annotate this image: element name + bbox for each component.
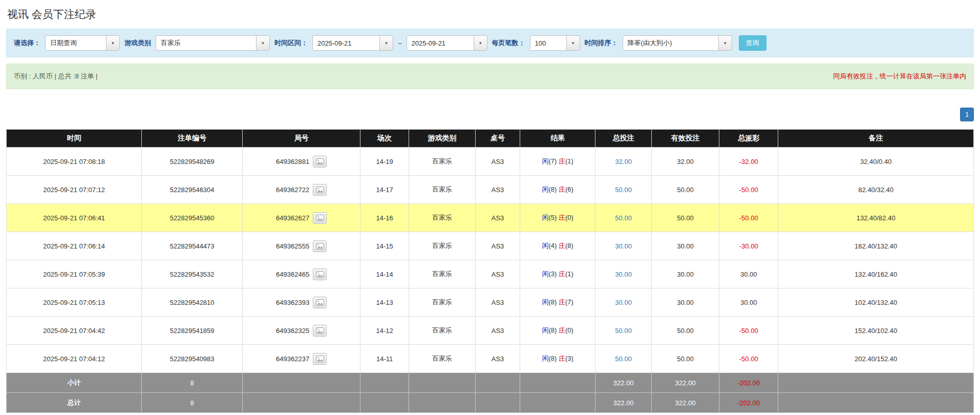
time-cell: 2025-09-21 07:04:12 bbox=[7, 345, 142, 373]
subtotal-row: 小计8322.00322.00-202.00 bbox=[7, 373, 974, 393]
bet-id-cell: 522829542810 bbox=[142, 288, 242, 317]
banker-result-label: 庄 bbox=[559, 157, 565, 165]
total-bet-cell[interactable]: 50.00 bbox=[595, 345, 652, 373]
game-type-cell: 百家乐 bbox=[409, 148, 475, 176]
round-cell: 649362237 bbox=[242, 345, 360, 373]
round-replay-icon bbox=[316, 215, 324, 221]
table-row: 2025-09-21 07:04:12522829540983649362237… bbox=[7, 345, 974, 373]
sort-select[interactable]: 降幂(由大到小) ▼ bbox=[623, 35, 732, 51]
payout-cell: -50.00 bbox=[719, 345, 778, 373]
table-no-cell: AS3 bbox=[476, 148, 520, 176]
player-result-label: 闲 bbox=[542, 270, 548, 278]
chevron-down-icon[interactable]: ▼ bbox=[718, 36, 732, 50]
round-detail-button[interactable] bbox=[313, 268, 327, 280]
page-number-button[interactable]: 1 bbox=[960, 108, 974, 121]
round-detail-button[interactable] bbox=[313, 212, 327, 224]
total-bet-link[interactable]: 50.00 bbox=[615, 327, 632, 335]
round-detail-button[interactable] bbox=[313, 353, 327, 365]
subtotal-row-game-type-cell bbox=[409, 373, 475, 393]
banker-result-score: (1) bbox=[565, 157, 573, 165]
player-result-score: (8) bbox=[548, 326, 557, 334]
total-bet-link[interactable]: 30.00 bbox=[615, 242, 632, 250]
total-bet-cell[interactable]: 50.00 bbox=[595, 317, 652, 345]
total-bet-link[interactable]: 50.00 bbox=[615, 186, 632, 194]
game-type-select[interactable]: 百家乐 ▼ bbox=[156, 35, 270, 51]
total-bet-cell[interactable]: 50.00 bbox=[595, 204, 652, 232]
search-button[interactable]: 查询 bbox=[739, 35, 766, 51]
remark-cell: 132.40/162.40 bbox=[778, 260, 974, 288]
round-cell: 649362325 bbox=[242, 317, 360, 345]
bet-id-cell: 522829548269 bbox=[142, 148, 242, 176]
banker-result-label: 庄 bbox=[559, 185, 565, 193]
total-row-payout-cell: -202.00 bbox=[719, 393, 778, 413]
remark-cell: 32.40/0.40 bbox=[778, 148, 974, 176]
round-number: 649362722 bbox=[276, 186, 309, 194]
total-bet-link[interactable]: 50.00 bbox=[615, 355, 632, 363]
table-no-cell: AS3 bbox=[476, 317, 520, 345]
result-cell: 闲(4) 庄(8) bbox=[520, 232, 595, 260]
column-header: 游戏类别 bbox=[409, 130, 475, 148]
time-cell: 2025-09-21 07:04:42 bbox=[7, 317, 142, 345]
chevron-down-icon[interactable]: ▼ bbox=[379, 36, 393, 50]
round-number: 649362627 bbox=[276, 214, 309, 222]
time-cell: 2025-09-21 07:06:14 bbox=[7, 232, 142, 260]
total-bet-cell[interactable]: 30.00 bbox=[595, 232, 652, 260]
table-no-cell: AS3 bbox=[476, 204, 520, 232]
banker-result-score: (7) bbox=[565, 298, 573, 306]
banker-result-label: 庄 bbox=[559, 326, 565, 334]
valid-bet-cell: 50.00 bbox=[651, 317, 719, 345]
table-no-cell: AS3 bbox=[476, 288, 520, 317]
time-cell: 2025-09-21 07:06:41 bbox=[7, 204, 142, 232]
date-to-picker[interactable]: 2025-09-21 ▼ bbox=[407, 35, 487, 51]
bet-records-table: 时间注单编号局号场次游戏类别桌号结果总投注有效投注总派彩备注 2025-09-2… bbox=[6, 129, 974, 413]
player-result-score: (5) bbox=[548, 214, 557, 221]
player-result-label: 闲 bbox=[542, 242, 548, 250]
round-detail-button[interactable] bbox=[313, 240, 327, 252]
payout-cell: -50.00 bbox=[719, 176, 778, 204]
round-detail-button[interactable] bbox=[313, 184, 327, 196]
total-bet-link[interactable]: 32.00 bbox=[615, 158, 632, 165]
total-bet-link[interactable]: 50.00 bbox=[615, 214, 632, 222]
banker-result-score: (6) bbox=[565, 185, 573, 193]
remark-cell: 162.40/132.40 bbox=[778, 232, 974, 260]
session-cell: 14-17 bbox=[360, 176, 409, 204]
bet-id-cell: 522829544473 bbox=[142, 232, 242, 260]
subtotal-row-result-cell bbox=[520, 373, 595, 393]
column-header: 总派彩 bbox=[719, 130, 778, 148]
total-row-round-cell bbox=[242, 393, 360, 413]
payout-cell: 30.00 bbox=[719, 288, 778, 317]
result-cell: 闲(5) 庄(0) bbox=[520, 204, 595, 232]
total-bet-link[interactable]: 30.00 bbox=[615, 271, 632, 278]
query-type-select[interactable]: 日期查询 ▼ bbox=[45, 35, 120, 51]
total-bet-link[interactable]: 30.00 bbox=[615, 299, 632, 306]
round-detail-button[interactable] bbox=[313, 156, 327, 168]
total-row-session-cell bbox=[360, 393, 409, 413]
banker-result-label: 庄 bbox=[559, 355, 565, 362]
game-type-cell: 百家乐 bbox=[409, 204, 475, 232]
banker-result-score: (8) bbox=[565, 242, 573, 250]
table-row: 2025-09-21 07:07:12522829546304649362722… bbox=[7, 176, 974, 204]
total-bet-cell[interactable]: 32.00 bbox=[595, 148, 652, 176]
page-size-input[interactable] bbox=[530, 36, 566, 50]
total-bet-cell[interactable]: 50.00 bbox=[595, 176, 652, 204]
date-from-picker[interactable]: 2025-09-21 ▼ bbox=[312, 35, 393, 51]
valid-bet-cell: 50.00 bbox=[651, 176, 719, 204]
session-cell: 14-11 bbox=[360, 345, 409, 373]
round-number: 649362555 bbox=[276, 242, 309, 250]
summary-bar: 币别 : 人民币 | 总共 :8 注单 | 同局有效投注，统一计算在该局第一张注… bbox=[6, 64, 974, 89]
round-replay-icon bbox=[316, 271, 324, 278]
chevron-down-icon[interactable]: ▼ bbox=[106, 36, 119, 50]
total-bet-cell[interactable]: 30.00 bbox=[595, 260, 652, 288]
round-detail-button[interactable] bbox=[313, 325, 327, 337]
player-result-label: 闲 bbox=[542, 157, 548, 165]
chevron-down-icon[interactable]: ▼ bbox=[566, 36, 580, 50]
round-detail-button[interactable] bbox=[313, 297, 327, 308]
chevron-down-icon[interactable]: ▼ bbox=[256, 36, 269, 50]
time-range-label: 时间区间： bbox=[274, 38, 308, 48]
column-header: 场次 bbox=[360, 130, 409, 148]
chevron-down-icon[interactable]: ▼ bbox=[474, 36, 487, 50]
round-cell: 649362555 bbox=[242, 232, 360, 260]
banker-result-score: (3) bbox=[565, 355, 573, 362]
total-bet-cell[interactable]: 30.00 bbox=[595, 288, 652, 317]
subtotal-row-payout-cell: -202.00 bbox=[719, 373, 778, 393]
